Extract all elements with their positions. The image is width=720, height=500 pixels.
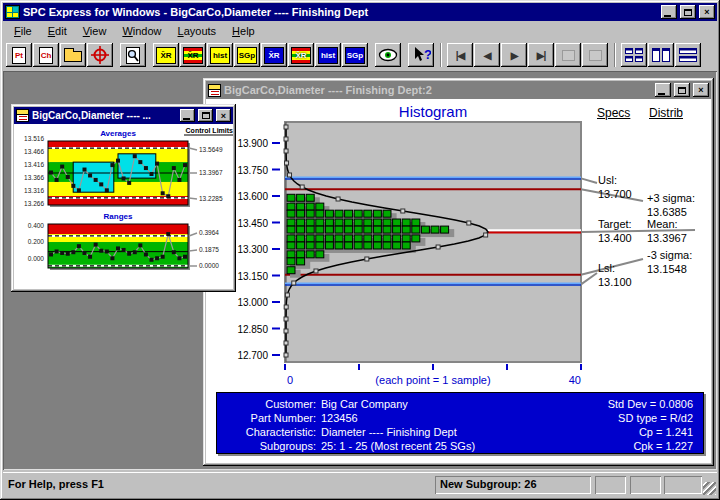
first-subgroup-button[interactable]: |◀ (447, 43, 473, 67)
xbar-r-zones-yellow-button[interactable]: X̄R (180, 43, 206, 67)
layout-vertical-button[interactable] (648, 43, 674, 67)
mini-minimize-button[interactable] (180, 109, 195, 122)
info-row: Subgroups:25: 1 - 25 (Most recent 25 SGs… (217, 439, 553, 453)
layout-horizontal-icon (679, 48, 697, 62)
target-button[interactable] (87, 43, 113, 67)
chart-chip-icon: SGp (237, 47, 257, 64)
target-label: Target:13.400 (598, 217, 632, 245)
close-button[interactable]: × (699, 5, 715, 19)
document-icon (208, 84, 221, 97)
status-new-subgroup: New Subgroup: 26 (435, 476, 591, 494)
info-rows: Customer:Big Car CompanyPart Number:1234… (217, 397, 553, 453)
info-stat: Std Dev = 0.0806 (553, 397, 693, 411)
svg-text:13.516: 13.516 (24, 135, 44, 142)
info-stat: SD type = R/d2 (553, 411, 693, 425)
histogram-blue-button[interactable]: hist (315, 43, 341, 67)
histogram-chart: 13.90013.75013.60013.45013.30013.15013.0… (206, 99, 707, 389)
layout-horizontal-button[interactable] (675, 43, 701, 67)
svg-text:(each point = 1 sample): (each point = 1 sample) (375, 374, 490, 386)
xbar-r-chart-blue-button[interactable]: X̄R (261, 43, 287, 67)
prev-subgroup-button[interactable]: ◀ (474, 43, 500, 67)
mini-maximize-button[interactable] (198, 109, 213, 122)
control-charts-titlebar[interactable]: BigCarCo,Diameter ---- ... × (14, 107, 233, 124)
histogram-window-content: Histogram Specs Distrib 13.90013.75013.6… (206, 99, 711, 463)
control-charts-title: BigCarCo,Diameter ---- ... (32, 110, 177, 121)
eye-button[interactable] (375, 43, 401, 67)
maximize-button[interactable] (680, 5, 696, 19)
usl-label: Usl:13.700 (598, 173, 632, 201)
chart-data-button[interactable]: Ch (33, 43, 59, 67)
mdi-workspace: BigCarCo,Diameter ---- Finishing Dept:2 … (3, 71, 717, 470)
nav-arrow-icon: ▶ (511, 50, 518, 61)
menu-edit[interactable]: Edit (41, 23, 74, 39)
target-icon (91, 46, 109, 64)
chart-chip-icon: SGp (345, 47, 365, 64)
histogram-yellow-button[interactable]: hist (207, 43, 233, 67)
status-panel-2 (630, 476, 661, 494)
control-charts: Averages13.51613.46613.41613.36613.31613… (14, 124, 233, 287)
svg-text:12.850: 12.850 (237, 324, 268, 335)
chart-chip-icon: X̄R (156, 47, 176, 64)
svg-text:13.266: 13.266 (24, 200, 44, 207)
svg-text:40: 40 (569, 374, 581, 386)
resize-grip[interactable] (703, 482, 716, 495)
info-stat: Cp = 1.241 (553, 425, 693, 439)
page-icon: Ch (39, 47, 53, 64)
last-subgroup-button[interactable]: ▶| (528, 43, 554, 67)
app-titlebar[interactable]: SPC Express for Windows - BigCarCo,Diame… (3, 3, 717, 21)
print-preview-button[interactable] (120, 43, 146, 67)
toolbar: PtChX̄RX̄RhistSGpX̄RX̄RhistSGp?|◀◀▶▶| (3, 40, 717, 70)
chart-chip-icon: X̄R (264, 47, 284, 64)
svg-text:0.200: 0.200 (28, 238, 45, 245)
chart-chip-icon: hist (318, 47, 338, 64)
svg-text:13.450: 13.450 (237, 218, 268, 229)
histogram-window-title: BigCarCo,Diameter ---- Finishing Dept:2 (224, 84, 652, 96)
app-title: SPC Express for Windows - BigCarCo,Diame… (23, 6, 658, 18)
subgroup-yellow-button[interactable]: SGp (234, 43, 260, 67)
minimize-button[interactable] (661, 5, 677, 19)
svg-text:0.0000: 0.0000 (199, 262, 219, 269)
chart-chip-icon: X̄R (291, 47, 311, 64)
magnifier-icon (127, 49, 139, 62)
disabled-button-2 (582, 43, 608, 67)
nav-arrow-icon: ▶| (537, 50, 546, 61)
menu-help[interactable]: Help (225, 23, 262, 39)
xbar-r-chart-yellow-button[interactable]: X̄R (153, 43, 179, 67)
svg-text:Control Limits: Control Limits (186, 127, 233, 134)
open-folder-icon (64, 51, 82, 62)
menu-file[interactable]: File (7, 23, 39, 39)
mini-close-button[interactable]: × (216, 109, 231, 122)
svg-text:13.416: 13.416 (24, 161, 44, 168)
page-icon: Pt (12, 47, 26, 64)
histogram-window-titlebar[interactable]: BigCarCo,Diameter ---- Finishing Dept:2 … (206, 81, 711, 99)
histogram-minimize-button[interactable] (655, 83, 671, 97)
svg-text:Averages: Averages (100, 129, 136, 138)
svg-text:?: ? (424, 47, 431, 62)
menu-layouts[interactable]: Layouts (171, 23, 224, 39)
next-subgroup-button[interactable]: ▶ (501, 43, 527, 67)
histogram-close-button[interactable]: × (693, 83, 709, 97)
info-row: Customer:Big Car Company (217, 397, 553, 411)
info-row: Characteristic:Diameter ---- Finishing D… (217, 425, 553, 439)
minus-3-sigma-label: -3 sigma:13.1548 (647, 248, 692, 276)
info-stats: Std Dev = 0.0806SD type = R/d2Cp = 1.241… (553, 397, 703, 453)
open-button[interactable] (60, 43, 86, 67)
xbar-r-zones-blue-button[interactable]: X̄R (288, 43, 314, 67)
context-help-button[interactable]: ? (408, 43, 434, 67)
svg-text:Ranges: Ranges (104, 212, 133, 221)
nav-arrow-icon: |◀ (456, 50, 465, 61)
toolbar-separator (440, 43, 442, 67)
document-icon (16, 109, 29, 122)
layout-quad-icon (625, 48, 643, 62)
layout-quad-button[interactable] (621, 43, 647, 67)
menu-window[interactable]: Window (115, 23, 168, 39)
svg-text:13.000: 13.000 (237, 297, 268, 308)
info-panel: Customer:Big Car CompanyPart Number:1234… (216, 392, 704, 454)
blank-icon (589, 50, 602, 61)
subgroup-blue-button[interactable]: SGp (342, 43, 368, 67)
histogram-maximize-button[interactable] (674, 83, 690, 97)
menu-view[interactable]: View (76, 23, 114, 39)
svg-text:12.700: 12.700 (237, 350, 268, 361)
point-data-button[interactable]: Pt (6, 43, 32, 67)
toolbar-separator (614, 43, 616, 67)
